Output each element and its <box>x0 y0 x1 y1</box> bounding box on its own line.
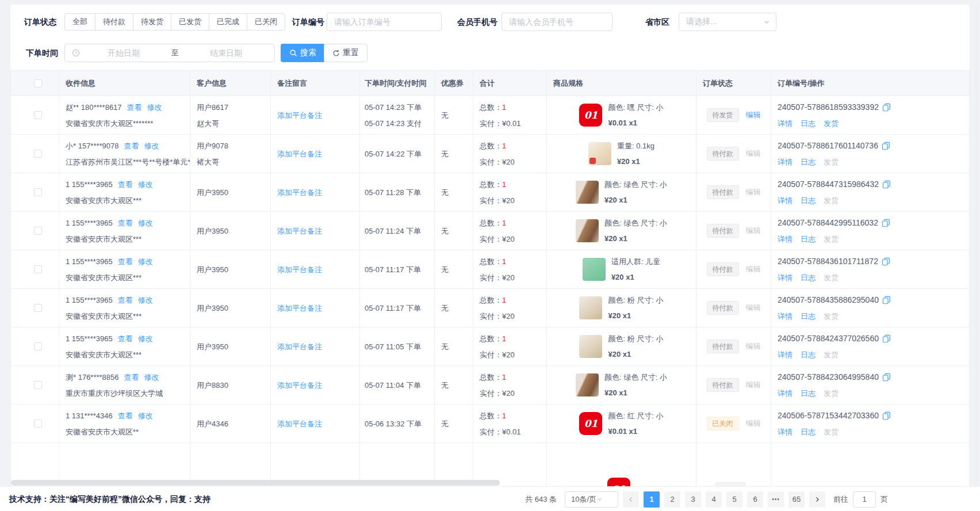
view-link[interactable]: 查看 <box>118 295 133 306</box>
row-checkbox[interactable] <box>34 420 42 428</box>
copy-icon[interactable] <box>882 334 891 343</box>
date-end-input[interactable] <box>185 48 267 58</box>
copy-icon[interactable] <box>882 296 891 304</box>
region-select[interactable]: 请选择... <box>679 13 776 31</box>
detail-link[interactable]: 详情 <box>778 388 793 399</box>
date-start-input[interactable] <box>82 48 165 58</box>
modify-link[interactable]: 修改 <box>138 256 153 267</box>
log-link[interactable]: 日志 <box>801 349 816 360</box>
detail-link[interactable]: 详情 <box>778 349 793 360</box>
coupon-value: 无 <box>441 264 466 275</box>
modify-link[interactable]: 修改 <box>138 410 153 421</box>
page-button[interactable]: 2 <box>664 491 680 508</box>
add-remark-link[interactable]: 添加平台备注 <box>277 418 322 429</box>
add-remark-link[interactable]: 添加平台备注 <box>277 226 322 237</box>
status-filter-button[interactable]: 全部 <box>64 13 95 30</box>
goto-unit: 页 <box>881 494 888 505</box>
view-link[interactable]: 查看 <box>118 333 133 344</box>
log-link[interactable]: 日志 <box>801 234 816 245</box>
page-button[interactable]: 6 <box>747 491 763 508</box>
log-link[interactable]: 日志 <box>801 118 816 129</box>
status-tag: 已关闭 <box>707 417 739 430</box>
copy-icon[interactable] <box>882 142 890 150</box>
log-link[interactable]: 日志 <box>801 388 816 399</box>
modify-link[interactable]: 修改 <box>138 295 153 306</box>
vertical-scrollbar-track[interactable] <box>974 5 979 486</box>
view-link[interactable]: 查看 <box>124 372 139 383</box>
detail-link[interactable]: 详情 <box>778 311 793 322</box>
modify-link[interactable]: 修改 <box>147 102 162 113</box>
log-link[interactable]: 日志 <box>801 157 816 167</box>
detail-link[interactable]: 详情 <box>778 234 793 245</box>
reset-button[interactable]: 重置 <box>324 44 368 62</box>
add-remark-link[interactable]: 添加平台备注 <box>277 148 322 159</box>
date-range-input[interactable]: 至 <box>64 44 275 62</box>
view-link[interactable]: 查看 <box>118 410 133 421</box>
modify-link[interactable]: 修改 <box>144 372 159 383</box>
row-checkbox[interactable] <box>34 227 42 235</box>
product-spec: 颜色: 红 尺寸: 小 <box>608 410 663 421</box>
total-count-value: 1 <box>502 256 506 267</box>
search-button[interactable]: 搜索 <box>281 44 325 62</box>
add-remark-link[interactable]: 添加平台备注 <box>277 264 322 275</box>
add-remark-link[interactable]: 添加平台备注 <box>277 110 322 121</box>
detail-link[interactable]: 详情 <box>778 426 793 437</box>
status-filter-button[interactable]: 已关闭 <box>247 13 285 30</box>
next-page-button[interactable] <box>809 491 825 508</box>
log-link[interactable]: 日志 <box>801 272 816 283</box>
view-link[interactable]: 查看 <box>124 140 139 151</box>
add-remark-link[interactable]: 添加平台备注 <box>277 341 322 352</box>
modify-link[interactable]: 修改 <box>138 179 153 190</box>
view-link[interactable]: 查看 <box>118 179 133 190</box>
log-link[interactable]: 日志 <box>801 311 816 322</box>
page-button[interactable]: 5 <box>726 491 742 508</box>
view-link[interactable]: 查看 <box>118 256 133 267</box>
page-size-select[interactable]: 10条/页 <box>565 491 618 508</box>
detail-link[interactable]: 详情 <box>778 118 793 129</box>
horizontal-scrollbar-thumb[interactable] <box>11 480 500 486</box>
copy-icon[interactable] <box>882 257 890 266</box>
row-checkbox[interactable] <box>34 150 42 158</box>
status-filter-button[interactable]: 已完成 <box>209 13 247 30</box>
copy-icon[interactable] <box>882 219 890 227</box>
add-remark-link[interactable]: 添加平台备注 <box>277 380 322 391</box>
modify-link[interactable]: 修改 <box>138 218 153 228</box>
row-checkbox[interactable] <box>34 342 42 350</box>
page-button[interactable]: 4 <box>706 491 722 508</box>
last-page-button[interactable]: 65 <box>788 491 805 508</box>
row-checkbox[interactable] <box>34 304 42 312</box>
select-all-checkbox[interactable] <box>34 79 42 87</box>
view-link[interactable]: 查看 <box>127 102 142 113</box>
modify-link[interactable]: 修改 <box>138 333 153 344</box>
row-checkbox[interactable] <box>34 111 42 119</box>
more-pages-button[interactable]: ••• <box>768 491 784 508</box>
row-checkbox[interactable] <box>34 381 42 389</box>
row-checkbox[interactable] <box>34 265 42 273</box>
copy-icon[interactable] <box>882 180 891 189</box>
page-button[interactable]: 1 <box>644 491 660 508</box>
goto-page-input[interactable] <box>853 491 876 508</box>
modify-link[interactable]: 修改 <box>144 140 159 151</box>
edit-status-link[interactable]: 编辑 <box>746 110 761 120</box>
add-remark-link[interactable]: 添加平台备注 <box>277 187 322 198</box>
member-phone-input[interactable] <box>502 13 612 31</box>
detail-link[interactable]: 详情 <box>778 157 793 167</box>
copy-icon[interactable] <box>882 373 891 382</box>
detail-link[interactable]: 详情 <box>778 272 793 283</box>
detail-link[interactable]: 详情 <box>778 195 793 206</box>
add-remark-link[interactable]: 添加平台备注 <box>277 303 322 314</box>
status-filter-button[interactable]: 待发货 <box>133 13 171 30</box>
status-filter-button[interactable]: 待付款 <box>95 13 133 30</box>
status-filter-button[interactable]: 已发货 <box>171 13 209 30</box>
copy-icon[interactable] <box>882 411 891 420</box>
receiver-address: 安徽省安庆市大观区*** <box>66 349 188 360</box>
page-button[interactable]: 3 <box>685 491 701 508</box>
table-body: 赵** 180****8617 查看 修改 安徽省安庆市大观区******* 用… <box>11 96 969 486</box>
copy-icon[interactable] <box>882 103 891 112</box>
ship-link[interactable]: 发货 <box>824 118 839 129</box>
order-no-input[interactable] <box>327 13 442 31</box>
view-link[interactable]: 查看 <box>118 218 133 228</box>
log-link[interactable]: 日志 <box>801 426 816 437</box>
row-checkbox[interactable] <box>34 188 42 196</box>
log-link[interactable]: 日志 <box>801 195 816 206</box>
